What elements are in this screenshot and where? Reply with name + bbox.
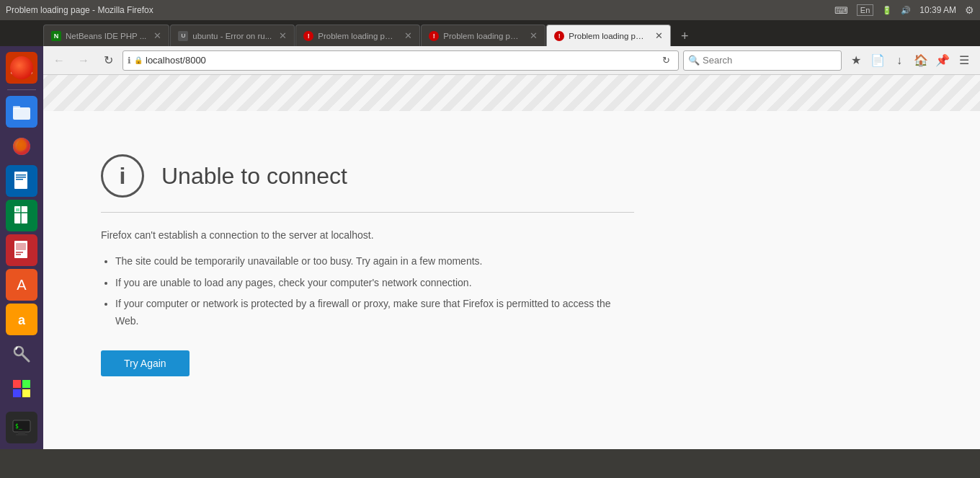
svg-rect-9 — [14, 172, 27, 189]
search-input[interactable] — [703, 55, 837, 66]
taskbar-writer-icon[interactable] — [6, 165, 37, 197]
tab-label-ubuntu: ubuntu - Error on ru... — [192, 32, 272, 40]
forward-button[interactable]: → — [74, 50, 94, 71]
new-tab-button[interactable]: + — [674, 26, 695, 46]
tab-error-2[interactable]: ! Problem loading page ✕ — [421, 25, 545, 46]
tab-ubuntu[interactable]: U ubuntu - Error on ru... ✕ — [170, 25, 295, 46]
svg-rect-5 — [13, 107, 30, 120]
taskbar-impress-icon[interactable] — [6, 234, 37, 266]
taskbar-tools-icon[interactable] — [6, 338, 37, 370]
home-button[interactable]: 🏠 — [911, 50, 931, 71]
page-content: ← → ↻ ℹ 🔒 ↻ 🔍 ★ 📄 ↓ 🏠 📌 ☰ — [43, 46, 980, 449]
tab-close-ubuntu[interactable]: ✕ — [279, 30, 287, 41]
error-container: i Unable to connect Firefox can't establ… — [43, 111, 692, 420]
firefox-logo-icon — [10, 135, 33, 158]
tools-wrench-icon — [12, 344, 32, 364]
svg-rect-10 — [16, 174, 26, 176]
download-button[interactable]: ↓ — [889, 50, 909, 71]
back-button[interactable]: ← — [49, 50, 69, 71]
taskbar-unity-icon[interactable] — [6, 373, 37, 404]
info-circle-icon: i — [101, 154, 144, 198]
battery-icon: 🔋 — [882, 6, 892, 15]
tab-favicon-error2: ! — [429, 31, 439, 41]
address-bar[interactable]: ℹ 🔒 ↻ — [122, 50, 679, 71]
taskbar: A a — [0, 46, 43, 449]
svg-rect-28 — [13, 389, 21, 397]
taskbar-terminal-icon[interactable]: $_ — [6, 412, 37, 443]
volume-icon: 🔊 — [901, 6, 911, 15]
unity-icon — [12, 379, 32, 399]
taskbar-amazon-icon[interactable]: a — [6, 304, 37, 335]
bookmark-star-button[interactable]: ★ — [846, 50, 866, 71]
tab-label-error3: Problem loading page — [569, 32, 648, 40]
main-layout: A a — [0, 46, 980, 449]
error-bullet-3-text: If your computer or network is protected… — [115, 298, 611, 327]
clock: 10:39 AM — [919, 5, 956, 15]
error-header: i Unable to connect — [101, 154, 634, 198]
tab-error-3-active[interactable]: ! Problem loading page ✕ — [546, 25, 671, 46]
pocket-button[interactable]: 📌 — [932, 50, 953, 71]
menu-button[interactable]: ☰ — [954, 50, 974, 71]
ubuntu-launcher-button[interactable] — [6, 52, 37, 84]
error-body: Firefox can't establish a connection to … — [101, 227, 634, 376]
svg-point-1 — [16, 62, 27, 74]
tab-close-error2[interactable]: ✕ — [530, 30, 538, 41]
toolbar: ← → ↻ ℹ 🔒 ↻ 🔍 ★ 📄 ↓ 🏠 📌 ☰ — [43, 46, 980, 75]
error-divider — [101, 212, 634, 213]
svg-rect-11 — [16, 177, 26, 178]
files-folder-icon — [12, 102, 32, 122]
taskbar-files-icon[interactable] — [6, 96, 37, 128]
reload-button[interactable]: ↻ — [98, 50, 118, 71]
svg-point-3 — [28, 70, 32, 74]
taskbar-pkgmanager-icon[interactable]: A — [6, 269, 37, 301]
reload-address-button[interactable]: ↻ — [658, 53, 674, 68]
tab-error-1[interactable]: ! Problem loading page ✕ — [295, 25, 420, 46]
window-title: Problem loading page - Mozilla Firefox — [6, 5, 153, 15]
svg-rect-6 — [13, 106, 20, 109]
tab-netbeans[interactable]: N NetBeans IDE PHP ... ✕ — [43, 25, 169, 46]
tab-label-nb: NetBeans IDE PHP ... — [66, 32, 146, 40]
tab-label-error1: Problem loading page — [318, 32, 397, 40]
tab-favicon-error3: ! — [554, 31, 564, 41]
tab-favicon-ubuntu: U — [178, 31, 188, 41]
tab-favicon-error1: ! — [303, 31, 313, 41]
terminal-screen-icon: $_ — [12, 420, 31, 435]
system-menu-icon[interactable]: ⚙ — [965, 4, 974, 16]
search-bar[interactable]: 🔍 — [683, 50, 842, 71]
calc-spreadsheet-icon — [12, 205, 31, 226]
taskbar-firefox-icon[interactable] — [6, 130, 37, 162]
svg-point-0 — [11, 57, 32, 79]
svg-rect-26 — [13, 380, 21, 388]
title-bar: Problem loading page - Mozilla Firefox ⌨… — [0, 0, 980, 20]
error-bullet-3: If your computer or network is protected… — [115, 296, 634, 330]
svg-point-2 — [19, 57, 24, 61]
tab-close-error1[interactable]: ✕ — [404, 30, 412, 41]
ssl-icon: 🔒 — [134, 56, 143, 64]
bookmark-manager-button[interactable]: 📄 — [868, 50, 888, 71]
keyboard-icon: ⌨ — [834, 5, 848, 16]
svg-rect-27 — [22, 380, 30, 388]
svg-rect-20 — [16, 254, 21, 255]
try-again-button[interactable]: Try Again — [101, 350, 190, 376]
toolbar-right-icons: ★ 📄 ↓ 🏠 📌 ☰ — [846, 50, 974, 71]
error-bullets-list: The site could be temporarily unavailabl… — [115, 253, 634, 330]
title-bar-left: Problem loading page - Mozilla Firefox — [6, 5, 153, 15]
writer-doc-icon — [12, 171, 31, 191]
lang-indicator: En — [857, 4, 873, 16]
page-info-icon[interactable]: ℹ — [128, 56, 131, 66]
svg-rect-29 — [22, 389, 30, 397]
taskbar-calc-icon[interactable] — [6, 200, 37, 231]
error-page-background: i Unable to connect Firefox can't establ… — [43, 111, 980, 449]
svg-point-4 — [11, 70, 15, 74]
url-input[interactable] — [146, 55, 655, 66]
svg-rect-33 — [16, 434, 27, 435]
svg-rect-12 — [16, 179, 23, 180]
stripe-background — [43, 75, 980, 111]
svg-text:a: a — [18, 313, 26, 327]
svg-text:$_: $_ — [15, 423, 22, 430]
tab-close-error3[interactable]: ✕ — [655, 30, 663, 41]
search-icon: 🔍 — [688, 55, 700, 66]
taskbar-divider-1 — [7, 89, 36, 90]
tab-close-nb[interactable]: ✕ — [153, 30, 161, 41]
ubuntu-logo-icon — [10, 56, 33, 79]
